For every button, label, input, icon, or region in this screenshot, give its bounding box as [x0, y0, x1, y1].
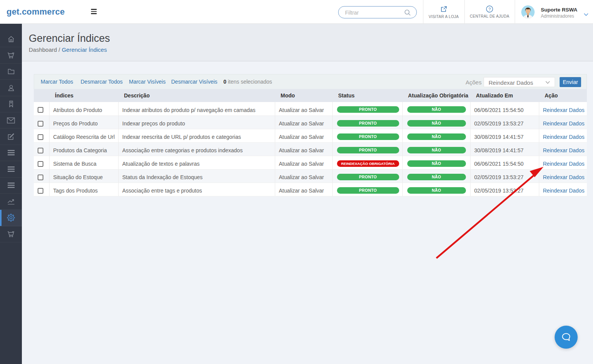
svg-text:?: ?	[488, 7, 491, 12]
